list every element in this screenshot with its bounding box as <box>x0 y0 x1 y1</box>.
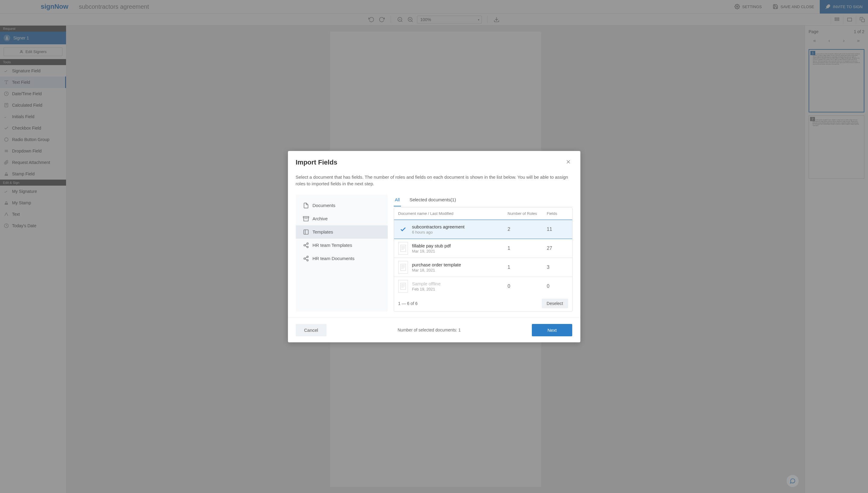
doc-thumbnail <box>398 261 408 274</box>
tab-selected[interactable]: Selected documents(1) <box>408 195 457 207</box>
svg-line-42 <box>305 257 307 258</box>
svg-point-35 <box>306 246 308 248</box>
category-label: HR team Documents <box>313 256 355 261</box>
doc-name: purchase order template <box>412 262 508 267</box>
category-documents[interactable]: Documents <box>296 199 388 212</box>
cancel-button[interactable]: Cancel <box>296 324 327 336</box>
doc-roles: 1 <box>508 245 547 251</box>
document-row: Sample offline Feb 19, 2021 0 0 <box>394 277 572 296</box>
doc-thumbnail <box>398 280 408 293</box>
document-row[interactable]: subcontractors agreement 6 hours ago 2 1… <box>394 220 572 239</box>
col-fields-header: Fields <box>547 211 568 216</box>
pagination: 1 — 6 of 6 <box>398 301 418 306</box>
document-row[interactable]: fillable pay stub pdf Mar 19, 2021 1 27 <box>394 239 572 258</box>
category-label: HR team Templates <box>313 242 352 248</box>
close-button[interactable] <box>564 157 573 168</box>
svg-line-36 <box>305 245 307 246</box>
deselect-button[interactable]: Deselect <box>542 299 568 308</box>
doc-fields: 11 <box>547 227 568 232</box>
tab-all[interactable]: All <box>394 195 401 207</box>
category-templates[interactable]: Templates <box>296 226 388 239</box>
svg-point-40 <box>306 259 308 261</box>
doc-date: Mar 19, 2021 <box>412 249 508 253</box>
svg-point-38 <box>306 256 308 257</box>
category-hr-team-documents[interactable]: HR team Documents <box>296 252 388 265</box>
doc-name: fillable pay stub pdf <box>412 243 508 248</box>
doc-fields: 3 <box>547 264 568 270</box>
document-table: Document name / Last Modified Number of … <box>394 207 573 312</box>
svg-point-33 <box>306 242 308 244</box>
doc-roles: 2 <box>508 227 547 232</box>
doc-date: Mar 18, 2021 <box>412 268 508 273</box>
doc-roles: 0 <box>508 283 547 289</box>
col-name-header: Document name / Last Modified <box>398 211 508 216</box>
category-label: Templates <box>313 229 333 234</box>
doc-name: Sample offline <box>412 281 508 286</box>
selected-count: Number of selected documents: 1 <box>398 327 461 333</box>
category-label: Archive <box>313 216 328 221</box>
category-archive[interactable]: Archive <box>296 212 388 226</box>
next-button[interactable]: Next <box>532 324 573 336</box>
doc-date: 6 hours ago <box>412 230 508 234</box>
close-icon <box>565 159 571 165</box>
doc-fields: 0 <box>547 283 568 289</box>
svg-line-41 <box>305 259 307 260</box>
doc-date: Feb 19, 2021 <box>412 287 508 292</box>
category-label: Documents <box>313 203 336 208</box>
col-roles-header: Number of Roles <box>508 211 547 216</box>
document-row[interactable]: purchase order template Mar 18, 2021 1 3 <box>394 258 572 277</box>
import-fields-modal: Import Fields Select a document that has… <box>288 151 580 342</box>
modal-description: Select a document that has fields. The n… <box>296 174 573 188</box>
svg-point-34 <box>303 244 305 246</box>
svg-rect-31 <box>303 230 308 234</box>
category-sidebar: DocumentsArchiveTemplatesHR team Templat… <box>296 195 388 312</box>
doc-name: subcontractors agreement <box>412 224 508 229</box>
svg-rect-29 <box>303 216 309 218</box>
doc-fields: 27 <box>547 245 568 251</box>
svg-line-37 <box>305 244 307 245</box>
check-icon <box>398 223 408 236</box>
doc-roles: 1 <box>508 264 547 270</box>
svg-point-39 <box>303 258 305 259</box>
modal-overlay: Import Fields Select a document that has… <box>0 0 868 493</box>
modal-title: Import Fields <box>296 158 337 166</box>
category-hr-team-templates[interactable]: HR team Templates <box>296 239 388 252</box>
doc-thumbnail <box>398 242 408 255</box>
